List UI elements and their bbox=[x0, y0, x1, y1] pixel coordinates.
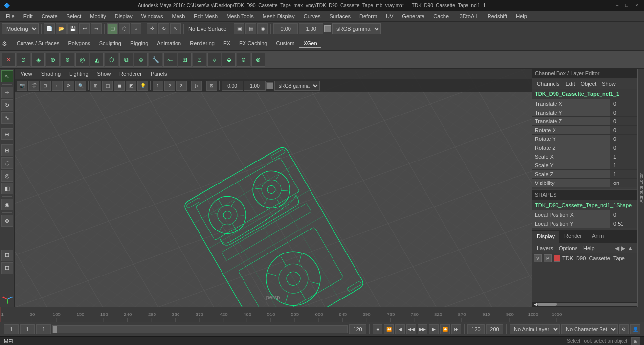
move-tool-btn[interactable]: ✛ bbox=[1, 87, 13, 98]
play-fwd-btn[interactable]: ▶▶ bbox=[418, 324, 427, 334]
viewport-area[interactable]: View Shading Lighting Show Renderer Pane… bbox=[15, 69, 532, 307]
redo-btn[interactable]: ↪ bbox=[91, 23, 102, 34]
shelf-tab-fx[interactable]: FX bbox=[220, 39, 234, 48]
minimize-button[interactable]: − bbox=[614, 2, 621, 9]
shelf-icon-14[interactable]: ⊡ bbox=[193, 53, 206, 67]
snap-point-btn[interactable]: ◎ bbox=[1, 170, 13, 182]
shelf-tab-custom[interactable]: Custom bbox=[272, 39, 299, 48]
frame-end2-input[interactable] bbox=[467, 324, 485, 334]
shelf-icon-8[interactable]: ⬡ bbox=[105, 53, 118, 67]
mode-select[interactable]: Modeling bbox=[2, 23, 39, 34]
menu-uv[interactable]: UV bbox=[382, 12, 397, 20]
vp-value2[interactable] bbox=[244, 81, 266, 91]
shelf-tab-polygons[interactable]: Polygons bbox=[64, 39, 94, 48]
vp-hud[interactable]: ⊠ bbox=[206, 81, 217, 91]
menu-create[interactable]: Create bbox=[38, 12, 62, 20]
menu-edit[interactable]: Edit bbox=[20, 12, 37, 20]
cb-menu-channels[interactable]: Channels bbox=[535, 80, 561, 88]
shelf-icon-6[interactable]: ◎ bbox=[75, 53, 89, 67]
vp-tex-btn[interactable]: ◩ bbox=[126, 81, 136, 91]
menu-select[interactable]: Select bbox=[63, 12, 86, 20]
char-btn[interactable]: 👤 bbox=[630, 324, 640, 334]
time-ruler[interactable]: 1 60 105 150 195 240 285 330 bbox=[0, 307, 644, 322]
frame-end-input[interactable] bbox=[349, 324, 366, 334]
value1-input[interactable] bbox=[273, 23, 298, 34]
vp-wire-btn[interactable]: ◫ bbox=[102, 81, 113, 91]
options-menu[interactable]: Options bbox=[557, 244, 579, 252]
vp-color-space[interactable]: sRGB gamma bbox=[274, 81, 320, 91]
shelf-tab-rendering[interactable]: Rendering bbox=[186, 39, 219, 48]
layer-tab-display[interactable]: Display bbox=[532, 231, 559, 243]
script-editor-btn[interactable]: ⊞ bbox=[631, 337, 640, 345]
layer-arrow-up[interactable]: ▲ bbox=[627, 245, 633, 252]
menu-curves[interactable]: Curves bbox=[300, 12, 325, 20]
viewport-menu-view[interactable]: View bbox=[17, 70, 36, 78]
undo-btn[interactable]: ↩ bbox=[79, 23, 90, 34]
vp-film-btn[interactable]: 🎬 bbox=[28, 81, 39, 91]
vp-grid-btn[interactable]: ⊞ bbox=[90, 81, 101, 91]
vp-tb4[interactable]: ↔ bbox=[52, 81, 63, 91]
shelf-tab-curves[interactable]: Curves / Surfaces bbox=[13, 39, 63, 48]
to-start-btn[interactable]: ⏮ bbox=[373, 324, 382, 334]
mel-input[interactable] bbox=[19, 338, 289, 344]
to-end-btn[interactable]: ⏭ bbox=[451, 324, 461, 334]
shelf-icon-3[interactable]: ◈ bbox=[31, 53, 45, 67]
shelf-tab-fx-caching[interactable]: FX Caching bbox=[235, 39, 271, 48]
frame-sel-btn[interactable]: ⊡ bbox=[1, 262, 13, 274]
timeline[interactable]: 1 60 105 150 195 240 285 330 bbox=[0, 307, 644, 322]
menu-redshift[interactable]: Redshift bbox=[484, 12, 511, 20]
layer-proxy-toggle[interactable]: P bbox=[544, 254, 552, 262]
frame-slider-input[interactable] bbox=[36, 324, 51, 334]
shelf-gear-icon[interactable]: ⚙ bbox=[2, 40, 7, 47]
pivot-btn[interactable]: ⊕ bbox=[1, 128, 13, 140]
shelf-icon-16[interactable]: ⬙ bbox=[222, 53, 236, 67]
move-btn[interactable]: ✛ bbox=[147, 23, 157, 34]
snap-curve-btn[interactable]: ◌ bbox=[1, 157, 13, 169]
frame-max-input[interactable] bbox=[486, 324, 503, 334]
menu-edit-mesh[interactable]: Edit Mesh bbox=[190, 12, 222, 20]
shelf-icon-12[interactable]: ⟜ bbox=[163, 53, 177, 67]
attribute-editor-tab[interactable]: Attribute Editor bbox=[637, 69, 644, 307]
menu-deform[interactable]: Deform bbox=[355, 12, 381, 20]
cb-menu-edit[interactable]: Edit bbox=[563, 80, 577, 88]
shelf-icon-13[interactable]: ⊞ bbox=[178, 53, 192, 67]
shelf-tab-xgen[interactable]: XGen bbox=[299, 39, 321, 48]
scroll-thumb[interactable] bbox=[537, 303, 557, 306]
menu-surfaces[interactable]: Surfaces bbox=[326, 12, 355, 20]
value2-input[interactable] bbox=[299, 23, 323, 34]
menu-mesh[interactable]: Mesh bbox=[168, 12, 189, 20]
layer-visibility-toggle[interactable]: V bbox=[534, 254, 542, 262]
layer-arrow-right[interactable]: ▶ bbox=[621, 245, 625, 252]
layer-item-name[interactable]: TDK_D90_Cassette_Tape bbox=[562, 255, 642, 261]
time-slider[interactable] bbox=[52, 325, 348, 333]
scale-tool-btn[interactable]: ⤡ bbox=[1, 112, 13, 124]
layer-scrollbar[interactable]: ◀ ▶ bbox=[532, 302, 644, 307]
shelf-icon-17[interactable]: ⊘ bbox=[237, 53, 250, 67]
vp-solid-btn[interactable]: ◼ bbox=[114, 81, 125, 91]
menu-windows[interactable]: Windows bbox=[137, 12, 167, 20]
show-manip-btn[interactable]: ⊛ bbox=[1, 215, 13, 227]
scale-btn[interactable]: ⤡ bbox=[170, 23, 181, 34]
frame-start-input[interactable] bbox=[4, 324, 19, 334]
menu-file[interactable]: File bbox=[2, 12, 19, 20]
vp-tb3[interactable]: ⊡ bbox=[40, 81, 51, 91]
vp-camera-btn[interactable]: 📷 bbox=[17, 81, 27, 91]
menu-display[interactable]: Display bbox=[111, 12, 136, 20]
layer-arrow-left[interactable]: ◀ bbox=[615, 245, 619, 252]
char-set-select[interactable]: No Character Set bbox=[561, 324, 618, 334]
layer-color-swatch[interactable] bbox=[554, 255, 560, 262]
vp-color-swatch[interactable] bbox=[266, 82, 273, 89]
menu-mesh-tools[interactable]: Mesh Tools bbox=[222, 12, 257, 20]
shelf-icon-2[interactable]: ⊙ bbox=[17, 53, 30, 67]
viewport-menu-show[interactable]: Show bbox=[93, 70, 115, 78]
shelf-tab-animation[interactable]: Animation bbox=[153, 39, 185, 48]
vp-playblast[interactable]: ▷ bbox=[191, 81, 202, 91]
soft-select-btn[interactable]: ◉ bbox=[1, 199, 13, 210]
shelf-tab-sculpting[interactable]: Sculpting bbox=[95, 39, 125, 48]
menu-generate[interactable]: Generate bbox=[398, 12, 428, 20]
shelf-icon-4[interactable]: ⊕ bbox=[46, 53, 60, 67]
menu-mesh-display[interactable]: Mesh Display bbox=[259, 12, 299, 20]
viewport-menu-shading[interactable]: Shading bbox=[37, 70, 65, 78]
color-swatch[interactable] bbox=[324, 25, 331, 32]
step-back-btn[interactable]: ⏪ bbox=[384, 324, 394, 334]
